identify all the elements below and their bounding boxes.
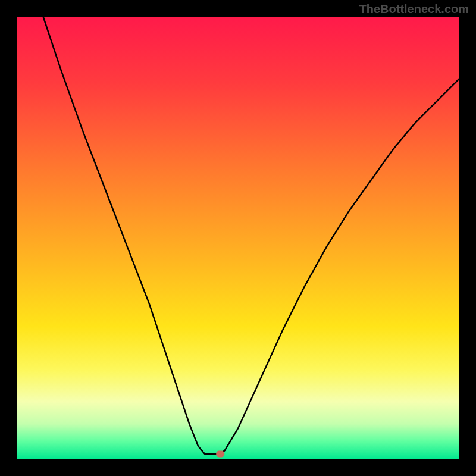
optimal-marker: [216, 451, 224, 458]
watermark: TheBottleneck.com: [359, 2, 469, 16]
chart-container: TheBottleneck.com: [0, 0, 476, 476]
bottleneck-chart: [0, 0, 476, 476]
plot-background: [17, 17, 459, 459]
